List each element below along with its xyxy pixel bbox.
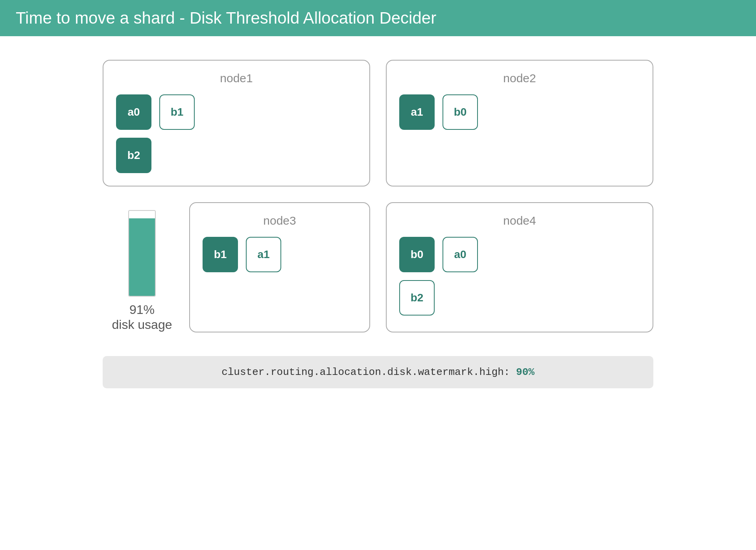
shard-a0-n4-replica: a0 bbox=[443, 237, 478, 272]
node3-title: node3 bbox=[203, 214, 357, 227]
disk-bar bbox=[128, 210, 156, 297]
watermark-text: cluster.routing.allocation.disk.watermar… bbox=[221, 366, 535, 378]
node4-title: node4 bbox=[399, 214, 640, 227]
shard-b1-n3-primary: b1 bbox=[203, 237, 238, 272]
bottom-bar: cluster.routing.allocation.disk.watermar… bbox=[103, 356, 653, 388]
shard-a1-primary: a1 bbox=[399, 94, 435, 130]
shard-b2-primary: b2 bbox=[116, 138, 151, 173]
disk-usage-label: 91% disk usage bbox=[112, 302, 172, 332]
disk-bar-empty bbox=[129, 211, 155, 218]
node2-title: node2 bbox=[399, 72, 640, 85]
node2-shards: a1 b0 bbox=[399, 94, 640, 130]
shard-b0-n4-primary: b0 bbox=[399, 237, 435, 272]
shard-b0-replica: b0 bbox=[443, 94, 478, 130]
disk-meter: 91% disk usage bbox=[103, 202, 189, 332]
page-header: Time to move a shard - Disk Threshold Al… bbox=[0, 0, 756, 36]
node1-box: node1 a0 b1 b2 bbox=[103, 60, 370, 186]
node4-shards: b0 a0 b2 bbox=[399, 237, 640, 316]
shard-a1-n3-replica: a1 bbox=[246, 237, 281, 272]
node3-box: node3 b1 a1 bbox=[189, 202, 370, 332]
page-title: Time to move a shard - Disk Threshold Al… bbox=[16, 9, 740, 28]
main-content: node1 a0 b1 b2 node2 a1 bbox=[0, 36, 756, 404]
node1-shards: a0 b1 b2 bbox=[116, 94, 357, 173]
node1-title: node1 bbox=[116, 72, 357, 85]
watermark-highlight: 90% bbox=[516, 366, 535, 378]
shard-b2-n4-replica: b2 bbox=[399, 280, 435, 316]
node4-box: node4 b0 a0 b2 bbox=[386, 202, 653, 332]
disk-bar-fill bbox=[129, 218, 155, 296]
node3-shards: b1 a1 bbox=[203, 237, 357, 272]
shard-b1-replica: b1 bbox=[159, 94, 195, 130]
node2-box: node2 a1 b0 bbox=[386, 60, 653, 186]
shard-a0-primary: a0 bbox=[116, 94, 151, 130]
